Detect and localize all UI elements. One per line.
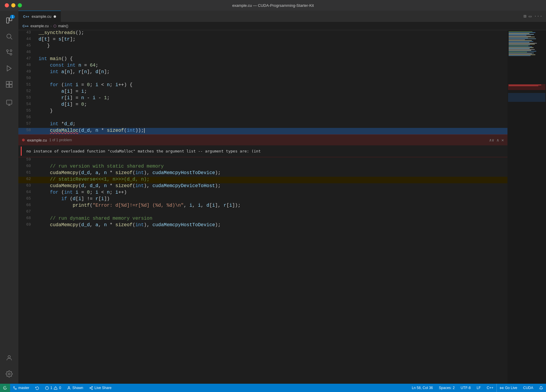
error-actions: ∧∨ ∧ ✕ [489, 138, 504, 143]
breadcrumb-symbol-icon: ⬡ [53, 24, 56, 28]
code-line-69: 69 cudaMemcpy(d_d, a, n * sizeof(int), c… [18, 222, 507, 229]
code-line-61: 61 cudaMemcpy(d_d, a, n * sizeof(int), c… [18, 170, 507, 177]
close-button[interactable] [5, 3, 9, 7]
activity-explorer[interactable]: 1 [2, 13, 17, 28]
breadcrumb-file-icon: C++ [23, 24, 29, 28]
svg-point-17 [8, 356, 10, 358]
status-golive[interactable]: Go Live [496, 384, 520, 392]
status-encoding[interactable]: UTF-8 [458, 384, 474, 392]
code-line-51: 51 for (int i = 0; i < n; i++) { [18, 82, 507, 89]
tab-example-cu[interactable]: C++ example.cu [18, 11, 61, 22]
activity-extensions[interactable] [2, 77, 17, 92]
svg-rect-31 [509, 41, 533, 42]
svg-line-64 [90, 387, 92, 388]
minimize-button[interactable] [11, 3, 15, 7]
svg-rect-48 [509, 53, 534, 53]
code-line-68: 68 // run dynamic shared memory version [18, 216, 507, 222]
status-liveshare[interactable]: Live Share [86, 384, 114, 392]
expand-icon[interactable]: ∧ [496, 138, 499, 143]
svg-point-18 [8, 373, 10, 375]
status-sync[interactable] [32, 384, 42, 392]
code-line-55: 55 } [18, 108, 507, 115]
status-spaces[interactable]: Spaces: 2 [436, 384, 458, 392]
svg-rect-50 [509, 54, 535, 55]
activity-accounts[interactable] [2, 351, 17, 365]
status-lineending[interactable]: LF [474, 384, 484, 392]
code-line-59: 59 [18, 157, 507, 164]
code-line-50: 50 [18, 76, 507, 82]
svg-point-2 [7, 34, 11, 38]
svg-rect-22 [509, 33, 529, 34]
svg-point-62 [92, 388, 92, 389]
status-notifications[interactable] [536, 384, 546, 392]
breadcrumb-symbol[interactable]: main() [58, 24, 68, 28]
svg-point-53 [15, 388, 16, 389]
svg-rect-43 [509, 48, 530, 49]
activity-run[interactable] [2, 61, 17, 76]
svg-rect-33 [509, 43, 537, 44]
lower-code-section: 59 60 // run version with static shared … [18, 157, 507, 384]
collapse-all-icon[interactable]: ∧∨ [489, 138, 494, 143]
code-container: 43 __syncthreads(); 44 d[t] = s[tr]; 45 [18, 30, 546, 384]
svg-rect-34 [509, 44, 535, 44]
activity-settings[interactable] [2, 367, 17, 381]
close-error-icon[interactable]: ✕ [502, 138, 504, 143]
code-line-53: 53 r[i] = n - i - 1; [18, 95, 507, 102]
status-language[interactable]: C++ [484, 384, 496, 392]
status-platform[interactable]: CUDA [520, 384, 536, 392]
svg-point-60 [92, 386, 92, 387]
svg-rect-23 [509, 34, 534, 35]
svg-rect-40 [509, 46, 529, 46]
status-bar: master 1 0 [0, 384, 546, 392]
error-count-status: 1 [50, 386, 52, 390]
svg-line-3 [11, 38, 12, 40]
code-line-56: 56 [18, 115, 507, 121]
status-remote[interactable] [0, 384, 10, 392]
tab-label: example.cu [32, 14, 51, 19]
svg-rect-42 [509, 47, 534, 48]
cursor-position: Ln 58, Col 36 [412, 386, 433, 390]
svg-rect-26 [509, 37, 535, 37]
activity-remote[interactable] [2, 95, 17, 110]
svg-rect-21 [509, 32, 535, 33]
error-message: no instance of overloaded function "cuda… [21, 147, 505, 156]
split-editor-icon[interactable]: ⊞ [523, 13, 526, 19]
platform-label: CUDA [523, 386, 533, 390]
svg-rect-38 [509, 86, 538, 86]
svg-marker-9 [7, 66, 11, 71]
svg-rect-11 [9, 81, 12, 84]
svg-rect-27 [509, 38, 528, 38]
status-branch[interactable]: master [10, 384, 32, 392]
breadcrumb-file[interactable]: example.cu [31, 24, 49, 28]
svg-rect-51 [509, 55, 531, 56]
svg-rect-0 [7, 18, 9, 23]
activity-source-control[interactable] [2, 45, 17, 60]
status-bar-left: master 1 0 [0, 384, 114, 392]
svg-point-5 [10, 53, 12, 55]
warning-count-status: 0 [59, 386, 61, 390]
toggle-panel-icon[interactable]: ▭ [529, 13, 532, 19]
status-bar-right: Ln 58, Col 36 Spaces: 2 UTF-8 LF C++ Go … [409, 384, 546, 392]
activity-search[interactable] [2, 29, 17, 44]
more-actions-icon[interactable]: ··· [534, 14, 542, 19]
code-line-63: 63 cudaMemcpy(d, d_d, n * sizeof(int), c… [18, 183, 507, 190]
activity-bar: 1 [0, 11, 18, 384]
code-editor[interactable]: 43 __syncthreads(); 44 d[t] = s[tr]; 45 [18, 30, 507, 384]
breadcrumb: C++ example.cu › ⬡ main() [18, 22, 546, 30]
explorer-badge: 1 [10, 15, 15, 19]
error-count: 1 of 1 problem [49, 138, 72, 142]
window-title: example.cu — CUDA-Progrsamming-Starter-K… [232, 3, 314, 8]
svg-rect-10 [6, 81, 9, 84]
tab-file-icon: C++ [23, 15, 29, 18]
status-errors[interactable]: 1 0 [42, 384, 64, 392]
svg-rect-37 [509, 85, 541, 85]
svg-rect-49 [509, 54, 532, 54]
editor-area: C++ example.cu ⊞ ▭ ··· C++ example.cu › … [18, 11, 546, 384]
indent-label: Spaces: 2 [439, 386, 455, 390]
code-line-48: 48 const int n = 64; [18, 63, 507, 69]
status-user[interactable]: Shawn [64, 384, 86, 392]
minimap [507, 30, 546, 384]
svg-rect-13 [9, 85, 12, 87]
status-position[interactable]: Ln 58, Col 36 [409, 384, 436, 392]
maximize-button[interactable] [18, 3, 22, 7]
